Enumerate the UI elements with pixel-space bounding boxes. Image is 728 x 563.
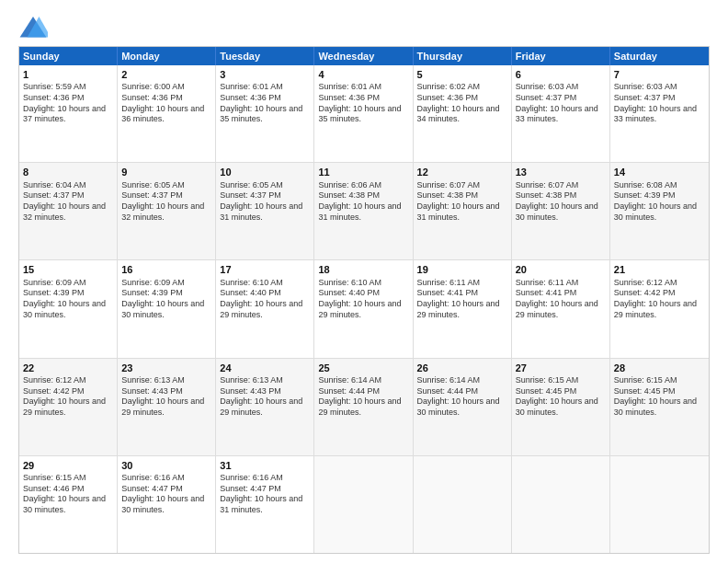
day-number: 25 (318, 362, 408, 374)
day-13: 13Sunrise: 6:07 AMSunset: 4:38 PMDayligh… (512, 163, 610, 259)
day-info: Daylight: 10 hours and 36 minutes. (121, 104, 211, 125)
empty-cell (512, 456, 610, 553)
day-info: Sunset: 4:37 PM (220, 190, 310, 201)
day-info: Daylight: 10 hours and 30 minutes. (614, 201, 705, 223)
day-info: Daylight: 10 hours and 30 minutes. (516, 201, 606, 223)
day-info: Sunset: 4:36 PM (318, 93, 408, 104)
day-info: Sunrise: 6:07 AM (417, 180, 507, 191)
day-number: 26 (417, 362, 507, 374)
day-info: Sunrise: 6:00 AM (121, 82, 211, 93)
header (18, 15, 710, 40)
day-12: 12Sunrise: 6:07 AMSunset: 4:38 PMDayligh… (414, 163, 512, 259)
day-info: Daylight: 10 hours and 29 minutes. (121, 396, 211, 418)
day-info: Sunset: 4:38 PM (318, 190, 408, 201)
day-number: 20 (516, 263, 606, 276)
day-number: 29 (23, 459, 113, 472)
day-number: 18 (318, 263, 408, 276)
day-30: 30Sunrise: 6:16 AMSunset: 4:47 PMDayligh… (118, 456, 216, 553)
day-info: Sunrise: 5:59 AM (23, 82, 113, 93)
day-info: Sunset: 4:43 PM (220, 386, 310, 397)
calendar-week-3: 15Sunrise: 6:09 AMSunset: 4:39 PMDayligh… (19, 260, 709, 358)
day-4: 4Sunrise: 6:01 AMSunset: 4:36 PMDaylight… (314, 65, 413, 162)
day-number: 23 (121, 362, 211, 374)
day-26: 26Sunrise: 6:14 AMSunset: 4:44 PMDayligh… (414, 359, 512, 455)
day-number: 4 (318, 68, 408, 81)
day-24: 24Sunrise: 6:13 AMSunset: 4:43 PMDayligh… (216, 359, 314, 455)
day-info: Daylight: 10 hours and 29 minutes. (318, 396, 408, 418)
day-info: Daylight: 10 hours and 29 minutes. (516, 299, 606, 320)
day-31: 31Sunrise: 6:16 AMSunset: 4:47 PMDayligh… (216, 456, 314, 553)
day-number: 13 (516, 166, 606, 178)
day-19: 19Sunrise: 6:11 AMSunset: 4:41 PMDayligh… (414, 260, 512, 357)
day-info: Daylight: 10 hours and 33 minutes. (516, 104, 606, 125)
day-info: Sunset: 4:37 PM (121, 190, 211, 201)
day-info: Sunset: 4:42 PM (614, 288, 705, 299)
empty-cell (414, 456, 512, 553)
day-number: 1 (23, 68, 113, 81)
day-info: Sunset: 4:40 PM (220, 288, 310, 299)
day-number: 11 (318, 166, 408, 178)
day-6: 6Sunrise: 6:03 AMSunset: 4:37 PMDaylight… (512, 65, 610, 162)
day-info: Sunset: 4:42 PM (23, 386, 113, 397)
day-info: Sunrise: 6:03 AM (516, 82, 606, 93)
day-info: Daylight: 10 hours and 32 minutes. (23, 201, 113, 223)
day-25: 25Sunrise: 6:14 AMSunset: 4:44 PMDayligh… (314, 359, 413, 455)
day-info: Sunrise: 6:07 AM (516, 180, 606, 191)
day-18: 18Sunrise: 6:10 AMSunset: 4:40 PMDayligh… (314, 260, 413, 357)
day-number: 3 (220, 68, 310, 81)
day-number: 9 (121, 166, 211, 178)
day-info: Sunrise: 6:15 AM (516, 375, 606, 386)
day-number: 17 (220, 263, 310, 276)
day-info: Daylight: 10 hours and 37 minutes. (23, 104, 113, 125)
day-info: Daylight: 10 hours and 30 minutes. (121, 299, 211, 320)
day-number: 31 (220, 459, 310, 472)
day-info: Sunrise: 6:12 AM (614, 278, 705, 289)
day-info: Sunrise: 6:14 AM (318, 375, 408, 386)
day-info: Sunset: 4:44 PM (417, 386, 507, 397)
day-info: Daylight: 10 hours and 35 minutes. (318, 104, 408, 125)
day-info: Daylight: 10 hours and 29 minutes. (614, 299, 705, 320)
header-day-thursday: Thursday (414, 47, 512, 65)
calendar-week-5: 29Sunrise: 6:15 AMSunset: 4:46 PMDayligh… (19, 456, 709, 553)
day-info: Sunset: 4:40 PM (318, 288, 408, 299)
day-info: Daylight: 10 hours and 30 minutes. (516, 396, 606, 418)
day-info: Sunrise: 6:04 AM (23, 180, 113, 191)
day-info: Sunset: 4:41 PM (516, 288, 606, 299)
day-info: Daylight: 10 hours and 30 minutes. (23, 299, 113, 320)
day-info: Daylight: 10 hours and 30 minutes. (614, 396, 705, 418)
calendar-week-1: 1Sunrise: 5:59 AMSunset: 4:36 PMDaylight… (19, 65, 709, 163)
day-info: Sunrise: 6:09 AM (121, 278, 211, 289)
day-info: Sunset: 4:43 PM (121, 386, 211, 397)
header-day-sunday: Sunday (19, 47, 118, 65)
logo-icon (18, 15, 48, 40)
page: SundayMondayTuesdayWednesdayThursdayFrid… (0, 0, 728, 563)
day-info: Sunrise: 6:05 AM (220, 180, 310, 191)
day-info: Sunrise: 6:05 AM (121, 180, 211, 191)
day-info: Sunrise: 6:14 AM (417, 375, 507, 386)
day-29: 29Sunrise: 6:15 AMSunset: 4:46 PMDayligh… (19, 456, 118, 553)
header-day-saturday: Saturday (610, 47, 709, 65)
day-info: Sunset: 4:37 PM (516, 93, 606, 104)
day-info: Sunrise: 6:01 AM (318, 82, 408, 93)
day-info: Daylight: 10 hours and 29 minutes. (23, 396, 113, 418)
day-number: 12 (417, 166, 507, 178)
day-info: Sunrise: 6:08 AM (614, 180, 705, 191)
day-number: 16 (121, 263, 211, 276)
day-number: 2 (121, 68, 211, 81)
day-info: Sunset: 4:36 PM (417, 93, 507, 104)
day-info: Sunset: 4:45 PM (614, 386, 705, 397)
day-info: Daylight: 10 hours and 31 minutes. (220, 201, 310, 223)
day-info: Sunset: 4:39 PM (23, 288, 113, 299)
day-number: 14 (614, 166, 705, 178)
day-info: Daylight: 10 hours and 29 minutes. (220, 396, 310, 418)
header-day-wednesday: Wednesday (314, 47, 413, 65)
day-info: Sunrise: 6:11 AM (417, 278, 507, 289)
day-info: Sunrise: 6:10 AM (318, 278, 408, 289)
day-number: 8 (23, 166, 113, 178)
day-info: Sunrise: 6:16 AM (121, 473, 211, 484)
day-info: Daylight: 10 hours and 31 minutes. (220, 494, 310, 515)
day-info: Sunset: 4:37 PM (614, 93, 705, 104)
day-info: Daylight: 10 hours and 32 minutes. (121, 201, 211, 223)
day-3: 3Sunrise: 6:01 AMSunset: 4:36 PMDaylight… (216, 65, 314, 162)
day-number: 7 (614, 68, 705, 81)
